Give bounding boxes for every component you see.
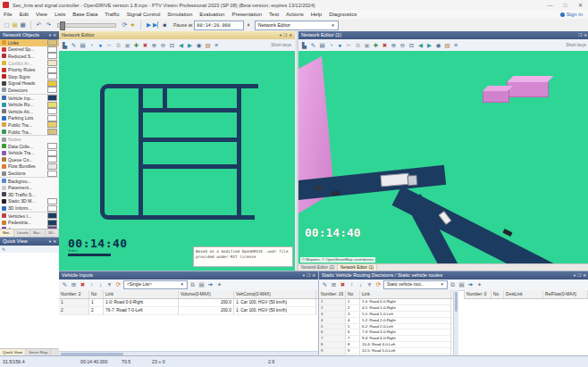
sidebar-item-static-3d-m[interactable]: Static 3D M... [0, 198, 59, 205]
display-color-swatch[interactable] [47, 46, 57, 53]
display-color-swatch[interactable] [47, 205, 57, 212]
maximize-panel-icon[interactable]: ❐ [578, 31, 582, 39]
column-header-relflow-0-max[interactable]: RelFlow(0-MAX) [543, 290, 588, 298]
duplicate-icon[interactable]: ⧉ [449, 280, 457, 289]
display-color-swatch[interactable] [47, 198, 57, 204]
pause-at-spinner[interactable]: ▲▼ [247, 23, 249, 28]
layers-icon[interactable]: ≡ [452, 41, 460, 50]
display-color-swatch[interactable] [47, 143, 57, 149]
table-row[interactable]: 111-0: Road 0-0-Right [319, 299, 453, 305]
display-color-swatch[interactable] [47, 213, 57, 219]
sidebar-item-vehicles-i[interactable]: Vehicles I... [0, 213, 59, 220]
column-header-number-16[interactable]: Number: 16 [319, 290, 346, 298]
display-color-swatch[interactable] [47, 129, 57, 135]
sidebar-item-public-tra[interactable]: Public Tra... [0, 129, 59, 137]
column-header-no[interactable]: No [491, 290, 504, 298]
menu-edit[interactable]: Edit [16, 12, 32, 17]
move-down-icon[interactable]: ↓ [357, 280, 365, 289]
zoom-out-icon[interactable]: ⊖ [399, 41, 407, 50]
menu-base-data[interactable]: Base Data [69, 12, 101, 17]
filter-icon[interactable]: ▼ [105, 280, 113, 289]
filter-icon[interactable]: ▼ [365, 280, 374, 289]
sidebar-item-priority-rules[interactable]: Priority Rules [0, 66, 59, 73]
menu-signal-control[interactable]: Signal Control [123, 12, 164, 17]
globe-icon[interactable]: ◔ [88, 41, 96, 50]
table-row[interactable]: 111-0: Road 0-0-Right200.01: Car 100, HG… [59, 299, 318, 307]
sidebar-item-conflict-ar[interactable]: Conflict Ar... [0, 60, 59, 67]
next-view-icon[interactable]: ▶ [186, 41, 194, 50]
sidebar-item-stop-signs[interactable]: Stop Signs [0, 73, 59, 80]
close-button[interactable]: ✕ [573, 2, 588, 8]
lane-display-icon[interactable]: ▤ [318, 41, 326, 50]
display-color-swatch[interactable] [47, 53, 57, 59]
settings-icon[interactable]: ✦ [215, 280, 223, 289]
display-color-swatch[interactable] [47, 115, 57, 121]
float-panel-icon[interactable]: ▾ [303, 271, 305, 279]
edit-mode-icon[interactable]: ✎ [309, 41, 317, 50]
pin-panel-icon[interactable]: ▾ [49, 31, 51, 39]
sidebar-item-signal-heads[interactable]: Signal Heads [0, 80, 59, 88]
routes-view-select[interactable]: Static vehicle rout...▼ [383, 280, 448, 289]
sidebar-item-vehicle-att[interactable]: Vehicle Att... [0, 108, 59, 115]
active-editor-select[interactable]: Network Editor ▼ [255, 21, 339, 30]
maximize-button[interactable]: □ [558, 3, 573, 8]
redo-icon[interactable]: ↷ [45, 21, 53, 29]
paste-icon[interactable]: ▣ [363, 41, 371, 50]
screenshot-icon[interactable]: ▧ [204, 41, 212, 50]
zoom-in-icon[interactable]: ⊕ [150, 41, 158, 50]
display-color-swatch[interactable] [47, 67, 57, 73]
save-icon[interactable]: ▦ [19, 21, 27, 29]
undo-icon[interactable]: ↶ [35, 21, 43, 29]
copy-icon[interactable]: ⧉ [114, 41, 122, 50]
menu-actions[interactable]: Actions [282, 12, 307, 17]
menu-file[interactable]: File [0, 12, 16, 17]
column-header-number-2[interactable]: Number: 2 [59, 290, 89, 298]
column-header-no[interactable]: No [346, 290, 360, 298]
display-color-swatch[interactable] [47, 95, 57, 101]
slider-knob[interactable] [60, 21, 65, 30]
table-row[interactable]: 9912-5: Road 5-0-Left [319, 348, 453, 354]
column-header-link[interactable]: Link [104, 290, 179, 298]
close-panel-icon[interactable]: ✕ [312, 271, 315, 279]
sidebar-item-3d-traffic-s[interactable]: 3D Traffic S... [0, 191, 59, 198]
tab-net[interactable]: Net... [0, 229, 14, 237]
next-view-icon[interactable]: ▶ [425, 41, 433, 50]
cut-icon[interactable]: ✂ [345, 41, 353, 50]
new-file-icon[interactable]: ▢ [3, 21, 11, 29]
pin-panel-icon[interactable]: ▾ [49, 238, 51, 246]
quick-view-body[interactable] [0, 253, 59, 348]
maximize-panel-icon[interactable]: ❐ [577, 271, 581, 279]
edit-icon[interactable]: ✎ [61, 280, 69, 289]
zoom-in-icon[interactable]: ⊕ [390, 41, 398, 50]
table-row[interactable]: 445-2: Road 2-0-Right [319, 318, 453, 324]
attributes-icon[interactable]: ⊞ [70, 280, 78, 289]
rotate-view-icon[interactable]: ◉ [434, 41, 442, 50]
cut-icon[interactable]: ✂ [105, 41, 113, 50]
run-continuous-button[interactable]: ▶ [145, 21, 153, 29]
open-file-icon[interactable]: ▤ [11, 21, 19, 29]
maximize-panel-icon[interactable]: ❐ [307, 271, 310, 279]
menu-traffic[interactable]: Traffic [101, 12, 122, 17]
move-up-icon[interactable]: ↑ [348, 280, 356, 289]
column-header-volume-0-max[interactable]: Volume(0-MAX) [179, 290, 234, 298]
network-canvas-2d[interactable]: 00:14:40 h:m:s Based on a modified OpenD… [59, 51, 295, 271]
display-color-swatch[interactable] [47, 73, 57, 79]
select-mode-icon[interactable]: ▙ [300, 41, 308, 50]
stop-button[interactable]: ■ [161, 21, 169, 29]
duplicate-icon[interactable]: ⧉ [189, 280, 197, 289]
globe-icon[interactable]: ◔ [327, 41, 335, 50]
list-layout-select[interactable]: <Single List>▼ [123, 280, 188, 289]
display-color-swatch[interactable] [47, 39, 57, 46]
menu-presentation[interactable]: Presentation [228, 12, 265, 17]
sidebar-item-vehicle-tra[interactable]: Vehicle Tra... [0, 150, 59, 157]
close-panel-icon[interactable]: ✕ [583, 271, 586, 279]
simulation-speed-slider[interactable] [57, 23, 116, 28]
sidebar-item-nodes[interactable]: Nodes [0, 136, 59, 143]
sidebar-item-detectors[interactable]: Detectors [0, 87, 59, 95]
settings-icon[interactable]: ✦ [475, 280, 483, 289]
tab-levels[interactable]: Levels [14, 229, 30, 237]
close-panel-icon[interactable]: ✕ [289, 31, 292, 39]
delete-row-icon[interactable]: ✖ [339, 280, 347, 289]
vehicle-inputs-header[interactable]: Vehicle Inputs ▾❐✕ [59, 271, 318, 279]
display-color-swatch[interactable] [47, 108, 57, 114]
